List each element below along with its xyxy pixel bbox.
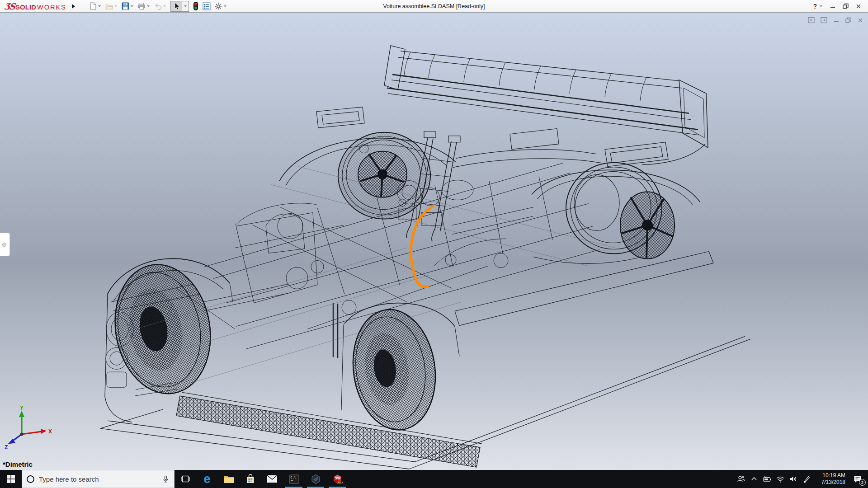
feature-manager-collapsed-tab[interactable] [0,233,10,256]
open-button[interactable] [104,1,119,11]
panel-expand-icon [2,243,6,247]
pane-left-icon[interactable] [808,17,815,23]
help-button[interactable]: ? [813,3,823,10]
save-floppy-icon [122,2,129,10]
action-center-button[interactable]: 2 [847,470,868,488]
svg-text:SW: SW [335,475,341,480]
cortana-circle-icon [27,475,34,483]
rebuild-traffic-light-icon [193,2,199,10]
open-folder-icon [105,2,113,10]
select-cursor-icon [173,2,180,10]
select-dropdown-caret [184,5,187,7]
undo-button[interactable] [153,1,168,11]
new-document-icon [89,2,97,10]
taskbar-app-mail[interactable] [261,470,283,488]
open-dropdown-caret[interactable] [114,5,117,7]
microphone-icon[interactable] [162,475,170,483]
quick-toolbar [88,1,229,12]
restore-button[interactable] [842,3,849,9]
file-properties-icon [203,2,211,10]
window-controls: ? [813,3,865,10]
minimize-icon [830,3,836,9]
taskbar-app-command-prompt[interactable]: C:\ [283,470,305,488]
doc-minimize-icon[interactable] [833,17,840,23]
menu-flyout-arrow-icon[interactable] [72,4,75,9]
triad-z-label: Z [5,444,8,449]
notification-badge: 2 [859,479,866,486]
close-icon [855,3,862,9]
restore-icon [842,3,849,9]
network-button[interactable] [774,470,787,488]
view-orientation-label: *Dimetric [3,460,33,468]
mail-icon [267,474,278,483]
show-hidden-icons-button[interactable] [747,470,760,488]
windows-taskbar: Type here to search e [0,470,868,488]
volume-button[interactable] [787,470,800,488]
solidworks-window: ƷS SOLIDWORKS [0,0,868,488]
rebuild-button[interactable] [191,1,200,11]
undo-dropdown-caret[interactable] [163,5,166,7]
new-dropdown-caret[interactable] [98,5,101,7]
volume-icon [789,475,797,483]
options-dropdown-caret[interactable] [224,5,226,7]
wireframe-car-model[interactable] [0,13,868,470]
search-placeholder: Type here to search [39,475,157,483]
people-button[interactable] [734,470,747,488]
taskbar-app-solidworks[interactable]: SW 2017 [326,470,348,488]
save-button[interactable] [120,1,136,11]
search-input[interactable]: Type here to search [22,470,175,488]
taskbar-app-hexagon[interactable] [305,470,326,488]
brand-solid-text: SOLID [15,4,36,11]
clock-date: 7/13/2018 [813,479,845,486]
undo-icon [154,2,162,10]
document-window-controls [808,17,863,23]
battery-button[interactable] [760,470,774,488]
reference-triad: Y X Z [4,406,53,451]
solidworks-logo: ƷS SOLIDWORKS [3,1,68,11]
triad-x-label: X [48,428,52,435]
file-properties-button[interactable] [201,1,212,11]
options-button[interactable] [213,1,229,11]
print-icon [138,2,146,10]
front-left-wheel[interactable] [105,257,221,401]
clock-time: 10:19 AM [813,472,845,479]
solidworks-logo-mark-icon: ƷS [4,1,15,11]
minimize-button[interactable] [830,3,836,9]
solidworks-app-icon: SW 2017 [332,474,343,485]
select-tool-group [170,1,189,12]
taskbar-app-edge[interactable]: e [196,470,218,488]
taskbar-app-task-view[interactable] [175,470,196,488]
microsoft-store-icon [245,474,255,484]
task-view-icon [180,474,190,484]
pane-right-icon[interactable] [821,17,828,23]
select-dropdown-button[interactable] [182,1,189,11]
brand-works-text: WORKS [37,4,66,11]
help-dropdown-icon [820,5,822,7]
save-dropdown-caret[interactable] [131,5,133,7]
graphics-viewport[interactable]: Y X Z *Dimetric [0,13,868,470]
hexagon-app-icon [311,474,321,484]
wifi-icon [776,475,785,483]
print-dropdown-caret[interactable] [147,5,150,7]
doc-restore-icon[interactable] [845,17,852,23]
close-button[interactable] [855,3,862,9]
help-label: ? [813,3,817,10]
svg-text:2017: 2017 [337,481,343,484]
windows-ink-button[interactable] [800,470,813,488]
doc-close-icon[interactable] [857,17,863,23]
clock[interactable]: 10:19 AM 7/13/2018 [813,472,847,486]
front-right-wheel[interactable] [345,304,443,435]
select-tool-button[interactable] [171,1,182,11]
new-document-button[interactable] [88,1,103,11]
file-explorer-icon [223,474,234,484]
svg-text:C:\: C:\ [290,476,296,479]
start-button[interactable] [0,470,22,488]
selected-edge-highlight[interactable] [411,206,433,287]
title-bar: ƷS SOLIDWORKS [0,0,868,13]
taskbar-app-file-explorer[interactable] [218,470,240,488]
taskbar-app-store[interactable] [240,470,261,488]
pen-icon [802,475,811,483]
chevron-up-icon [750,475,758,483]
print-button[interactable] [137,1,152,11]
window-title: Voiture assomblee.SLDASM [Read-only] [383,0,485,13]
